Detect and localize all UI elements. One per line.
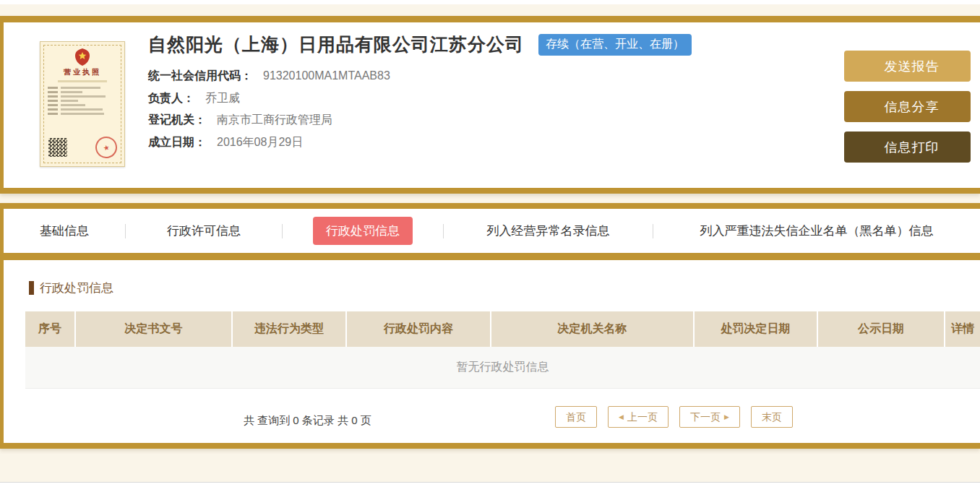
tab-label: 行政处罚信息: [313, 217, 413, 245]
send-report-button[interactable]: 发送报告: [844, 51, 971, 82]
tab-label: 基础信息: [27, 217, 102, 245]
license-text-line: [48, 87, 117, 89]
field-label: 统一社会信用代码：: [148, 69, 252, 82]
license-text-line: [48, 100, 117, 102]
section-title: 行政处罚信息: [29, 280, 113, 296]
tab-label: 列入严重违法失信企业名单（黑名单）信息: [687, 217, 947, 245]
field-value: 乔卫威: [205, 92, 240, 104]
pagination-last-button[interactable]: 末页: [751, 406, 793, 428]
status-badge: 存续（在营、开业、在册）: [538, 34, 692, 56]
license-text-line: [48, 91, 117, 93]
table-empty-row: 暂无行政处罚信息: [25, 347, 980, 389]
company-header-card: 营业执照 ★ 自然阳光（上海）日用品有限公司江苏分公司 存续（在营、开业、在册）: [0, 16, 980, 194]
table-header-document-no: 决定书文号: [76, 311, 233, 347]
license-text-line: [48, 113, 117, 115]
pagination-next-button[interactable]: 下一页 ▶: [679, 406, 740, 428]
field-label: 负责人：: [148, 92, 194, 104]
pagination-last-label: 末页: [762, 407, 782, 427]
prev-arrow-icon: ◀: [619, 414, 624, 421]
print-info-button[interactable]: 信息打印: [844, 132, 971, 163]
license-title: 营业执照: [48, 67, 117, 77]
field-value: 2016年08月29日: [217, 136, 303, 148]
pagination-summary: 共 查询到 0 条记录 共 0 页: [244, 414, 371, 428]
tab-label: 行政许可信息: [154, 217, 254, 245]
table-header-publish-date: 公示日期: [818, 311, 945, 347]
tab-admin-license[interactable]: 行政许可信息: [126, 217, 282, 245]
table-header-index: 序号: [25, 311, 76, 347]
share-info-button[interactable]: 信息分享: [844, 91, 971, 122]
penalty-section: 行政处罚信息 序号 决定书文号 违法行为类型 行政处罚内容 决定机关名称 处罚决…: [4, 260, 980, 443]
business-license-frame: 营业执照 ★: [43, 45, 121, 163]
field-label: 登记机关：: [148, 113, 206, 126]
table-header-detail: 详情: [945, 311, 980, 347]
tab-bar: 基础信息 行政许可信息 行政处罚信息 列入经营异常名录信息 列入严重违法失信企业…: [4, 209, 980, 253]
detail-card: 基础信息 行政许可信息 行政处罚信息 列入经营异常名录信息 列入严重违法失信企业…: [0, 203, 980, 449]
tab-blacklist[interactable]: 列入严重违法失信企业名单（黑名单）信息: [653, 217, 980, 245]
page: 营业执照 ★ 自然阳光（上海）日用品有限公司江苏分公司 存续（在营、开业、在册）: [0, 0, 980, 500]
license-subtitle-line: [58, 80, 106, 82]
license-text-line: [48, 108, 117, 111]
company-name: 自然阳光（上海）日用品有限公司江苏分公司: [148, 33, 524, 56]
field-value: 南京市工商行政管理局: [217, 113, 332, 126]
next-arrow-icon: ▶: [724, 414, 729, 421]
tab-admin-penalty[interactable]: 行政处罚信息: [283, 217, 443, 245]
license-text-line: [48, 95, 117, 98]
field-registration-authority: 登记机关：南京市工商行政管理局: [148, 109, 692, 132]
pagination-prev-label: 上一页: [627, 407, 658, 427]
field-value: 91320100MA1MTAAB83: [263, 69, 390, 82]
field-credit-code: 统一社会信用代码：91320100MA1MTAAB83: [148, 65, 692, 87]
license-qr-code: [48, 138, 67, 157]
field-label: 成立日期：: [148, 136, 206, 148]
table-header-row: 序号 决定书文号 违法行为类型 行政处罚内容 决定机关名称 处罚决定日期 公示日…: [25, 311, 980, 347]
national-emblem-icon: [74, 48, 90, 66]
license-text-line: [48, 104, 117, 106]
table-header-penalty-content: 行政处罚内容: [347, 311, 491, 347]
license-red-seal-icon: ★: [93, 134, 119, 160]
tab-label: 列入经营异常名录信息: [474, 217, 623, 245]
pagination-prev-button[interactable]: ◀ 上一页: [608, 406, 669, 428]
header-action-buttons: 发送报告 信息分享 信息打印: [844, 51, 971, 172]
section-title-text: 行政处罚信息: [40, 280, 113, 296]
pagination-next-label: 下一页: [690, 407, 721, 427]
penalty-table: 序号 决定书文号 违法行为类型 行政处罚内容 决定机关名称 处罚决定日期 公示日…: [25, 311, 980, 389]
pagination-first-label: 首页: [566, 407, 586, 427]
pagination-first-button[interactable]: 首页: [555, 406, 597, 428]
table-header-violation-type: 违法行为类型: [233, 311, 347, 347]
business-license-image: 营业执照 ★: [40, 41, 125, 167]
gold-divider: [0, 253, 980, 260]
field-legal-person: 负责人：乔卫威: [148, 87, 692, 110]
company-summary: 自然阳光（上海）日用品有限公司江苏分公司 存续（在营、开业、在册） 统一社会信用…: [148, 33, 692, 153]
tab-basic-info[interactable]: 基础信息: [4, 217, 125, 245]
tab-abnormal-operation-list[interactable]: 列入经营异常名录信息: [444, 217, 653, 245]
table-header-authority-name: 决定机关名称: [491, 311, 695, 347]
field-establish-date: 成立日期：2016年08月29日: [148, 132, 692, 154]
company-fields: 统一社会信用代码：91320100MA1MTAAB83 负责人：乔卫威 登记机关…: [148, 65, 692, 153]
table-header-decision-date: 处罚决定日期: [695, 311, 818, 347]
pagination-controls: 首页 ◀ 上一页 下一页 ▶ 末页: [555, 406, 793, 428]
section-title-bar-icon: [29, 281, 34, 295]
